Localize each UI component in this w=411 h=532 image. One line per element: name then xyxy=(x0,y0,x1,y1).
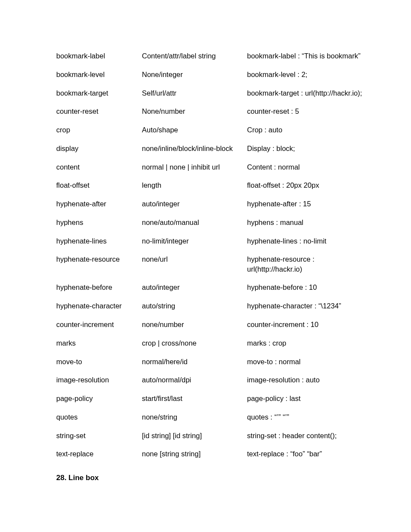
property-example: quotes : “’” “’” xyxy=(247,412,363,422)
property-name: string-set xyxy=(56,431,134,440)
property-values: none/url xyxy=(142,254,239,274)
property-values: Auto/shape xyxy=(142,125,239,135)
property-values: crop | cross/none xyxy=(142,338,239,348)
property-values: None/integer xyxy=(142,70,239,79)
property-name: hyphenate-before xyxy=(56,282,134,292)
property-name: hyphenate-lines xyxy=(56,236,134,246)
property-values: [id string] [id string] xyxy=(142,431,239,440)
property-name: page-policy xyxy=(56,394,134,403)
property-values: none [string string] xyxy=(142,449,239,458)
property-values: auto/integer xyxy=(142,282,239,292)
property-name: display xyxy=(56,144,134,153)
property-example: page-policy : last xyxy=(247,394,363,403)
property-example: hyphenate-character : “\1234” xyxy=(247,301,363,311)
property-values: auto/integer xyxy=(142,199,239,208)
property-name: hyphenate-after xyxy=(56,199,134,208)
property-example: hyphenate-after : 15 xyxy=(247,199,363,208)
property-example: marks : crop xyxy=(247,338,363,348)
property-name: counter-increment xyxy=(56,320,134,329)
property-example: move-to : normal xyxy=(247,357,363,366)
property-values: none/string xyxy=(142,412,239,422)
section-heading: 28. Line box xyxy=(56,474,363,482)
property-name: marks xyxy=(56,338,134,348)
property-values: no-limit/integer xyxy=(142,236,239,246)
property-name: bookmark-level xyxy=(56,70,134,79)
property-values: normal | none | inhibit url xyxy=(142,162,239,172)
property-name: crop xyxy=(56,125,134,135)
property-name: text-replace xyxy=(56,449,134,458)
property-values: auto/string xyxy=(142,301,239,311)
property-example: bookmark-label : “This is bookmark” xyxy=(247,51,363,61)
property-example: Display : block; xyxy=(247,144,363,153)
property-example: counter-reset : 5 xyxy=(247,106,363,116)
property-name: float-offset xyxy=(56,180,134,190)
property-example: Content : normal xyxy=(247,162,363,172)
property-values: length xyxy=(142,180,239,190)
property-values: none/inline/block/inline-block xyxy=(142,144,239,153)
property-example: image-resolution : auto xyxy=(247,375,363,385)
property-values: Content/attr/label string xyxy=(142,51,239,61)
property-example: Crop : auto xyxy=(247,125,363,135)
property-values: none/number xyxy=(142,320,239,329)
property-example: hyphenate-lines : no-limit xyxy=(247,236,363,246)
property-name: hyphenate-resource xyxy=(56,254,134,274)
property-name: hyphenate-character xyxy=(56,301,134,311)
property-values: None/number xyxy=(142,106,239,116)
property-table: bookmark-labelContent/attr/label stringb… xyxy=(56,51,363,459)
property-name: hyphens xyxy=(56,218,134,227)
property-values: auto/normal/dpi xyxy=(142,375,239,385)
property-name: bookmark-target xyxy=(56,88,134,98)
property-name: counter-reset xyxy=(56,106,134,116)
property-name: quotes xyxy=(56,412,134,422)
property-example: counter-increment : 10 xyxy=(247,320,363,329)
property-name: move-to xyxy=(56,357,134,366)
property-example: bookmark-target : url(http://hackr.io); xyxy=(247,88,363,98)
property-name: content xyxy=(56,162,134,172)
property-example: hyphenate-resource : url(http://hackr.io… xyxy=(247,254,363,274)
property-example: bookmark-level : 2; xyxy=(247,70,363,79)
property-values: none/auto/manual xyxy=(142,218,239,227)
property-example: text-replace : “foo” “bar” xyxy=(247,449,363,458)
property-name: bookmark-label xyxy=(56,51,134,61)
property-example: string-set : header content(); xyxy=(247,431,363,440)
property-example: float-offset : 20px 20px xyxy=(247,180,363,190)
property-example: hyphenate-before : 10 xyxy=(247,282,363,292)
property-values: start/first/last xyxy=(142,394,239,403)
property-values: Self/url/attr xyxy=(142,88,239,98)
property-name: image-resolution xyxy=(56,375,134,385)
property-values: normal/here/id xyxy=(142,357,239,366)
property-example: hyphens : manual xyxy=(247,218,363,227)
